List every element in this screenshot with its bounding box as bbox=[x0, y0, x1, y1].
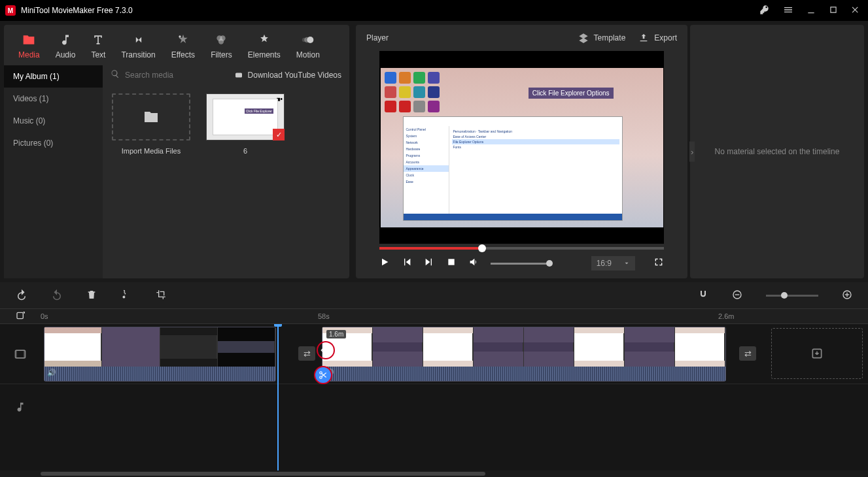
tab-media[interactable]: Media bbox=[10, 29, 48, 63]
export-button[interactable]: Export bbox=[638, 33, 677, 43]
audio-track-icon bbox=[0, 401, 41, 413]
ruler-mark-1: 58s bbox=[318, 312, 330, 320]
music-note-icon bbox=[59, 33, 72, 46]
tab-motion-label: Motion bbox=[296, 50, 320, 59]
ruler-mark-2: 2.6m bbox=[718, 312, 734, 320]
fullscreen-button[interactable] bbox=[653, 257, 664, 270]
volume-button[interactable] bbox=[468, 257, 479, 270]
timeline-scrollbar[interactable] bbox=[0, 470, 868, 477]
media-clip-thumb[interactable]: ■• Click File Explorer ✓ bbox=[206, 93, 285, 140]
timeline-ruler[interactable]: 0s 58s 2.6m bbox=[0, 308, 868, 324]
tab-filters[interactable]: Filters bbox=[203, 29, 240, 63]
volume-slider[interactable] bbox=[491, 263, 549, 265]
next-frame-button[interactable] bbox=[424, 257, 434, 270]
player-panel: Player Template Export Click File Explor… bbox=[356, 25, 687, 278]
clip-duration-label: 1.6m bbox=[326, 330, 346, 338]
chevron-down-icon bbox=[623, 260, 630, 267]
add-track-button[interactable] bbox=[16, 310, 26, 323]
tab-text-label: Text bbox=[91, 50, 105, 59]
snap-button[interactable] bbox=[698, 289, 708, 302]
titlebar: M MiniTool MovieMaker Free 7.3.0 bbox=[0, 0, 868, 21]
prev-frame-button[interactable] bbox=[402, 257, 412, 270]
tab-transition[interactable]: Transition bbox=[113, 29, 163, 63]
progress-bar[interactable] bbox=[379, 247, 664, 250]
sidebar-item-pictures[interactable]: Pictures (0) bbox=[4, 132, 103, 154]
transition-slot-right[interactable]: ⇄ bbox=[739, 346, 756, 361]
speaker-icon: 🔊 bbox=[47, 369, 56, 377]
menu-icon[interactable] bbox=[780, 2, 796, 20]
tab-effects[interactable]: Effects bbox=[164, 29, 203, 63]
trim-handle-icon[interactable] bbox=[317, 341, 335, 359]
zoom-slider[interactable] bbox=[766, 295, 818, 297]
elements-icon bbox=[258, 33, 271, 46]
license-key-icon[interactable] bbox=[757, 2, 773, 20]
svg-point-3 bbox=[218, 39, 224, 44]
split-marker-icon[interactable] bbox=[314, 366, 332, 384]
svg-rect-14 bbox=[17, 312, 23, 318]
play-button[interactable] bbox=[379, 257, 390, 270]
template-button[interactable]: Template bbox=[578, 33, 626, 43]
zoom-out-button[interactable] bbox=[732, 289, 742, 302]
layers-icon bbox=[578, 33, 589, 43]
maximize-button[interactable] bbox=[826, 3, 841, 19]
inspector-empty-label: No material selected on the timeline bbox=[715, 147, 840, 156]
preview-tooltip: Click File Explorer Options bbox=[529, 88, 614, 99]
search-input[interactable] bbox=[125, 71, 228, 80]
zoom-in-button[interactable] bbox=[842, 289, 852, 302]
video-preview[interactable]: Click File Explorer Options Control Pane… bbox=[379, 51, 664, 244]
export-label: Export bbox=[654, 33, 677, 42]
delete-button[interactable] bbox=[86, 289, 97, 302]
svg-rect-10 bbox=[735, 294, 740, 295]
check-icon: ✓ bbox=[273, 129, 285, 140]
add-clip-placeholder[interactable] bbox=[771, 328, 863, 379]
playhead[interactable] bbox=[277, 324, 279, 470]
effects-icon bbox=[177, 33, 190, 46]
minimize-button[interactable] bbox=[804, 3, 818, 19]
close-button[interactable] bbox=[848, 3, 863, 19]
svg-rect-13 bbox=[846, 292, 847, 297]
timeline-toolbar bbox=[0, 282, 868, 308]
folder-icon bbox=[22, 33, 35, 46]
filters-icon bbox=[215, 33, 228, 46]
aspect-ratio-select[interactable]: 16:9 bbox=[591, 256, 635, 271]
youtube-icon bbox=[234, 71, 244, 79]
stop-button[interactable] bbox=[446, 257, 457, 270]
collapse-inspector-button[interactable]: › bbox=[689, 142, 695, 162]
transition-slot-left[interactable]: ⇄ bbox=[298, 346, 315, 361]
video-track-icon bbox=[0, 348, 41, 361]
tab-effects-label: Effects bbox=[171, 50, 195, 59]
progress-thumb[interactable] bbox=[478, 244, 486, 252]
timeline-clip[interactable]: 🔊 bbox=[44, 327, 276, 382]
download-youtube-label: Download YouTube Videos bbox=[248, 71, 341, 80]
app-logo: M bbox=[5, 5, 16, 16]
svg-rect-8 bbox=[448, 259, 454, 265]
redo-button[interactable] bbox=[51, 289, 63, 303]
app-title: MiniTool MovieMaker Free 7.3.0 bbox=[21, 6, 757, 15]
import-media-tile[interactable] bbox=[112, 93, 190, 140]
audio-track-area[interactable] bbox=[41, 384, 868, 430]
category-tabs: Media Audio Text Transition Effects Filt… bbox=[4, 25, 349, 65]
sidebar-item-videos[interactable]: Videos (1) bbox=[4, 88, 103, 110]
sidebar-item-myalbum[interactable]: My Album (1) bbox=[4, 65, 103, 88]
inspector-panel: › No material selected on the timeline bbox=[690, 25, 864, 278]
tab-elements[interactable]: Elements bbox=[240, 29, 288, 63]
import-media-label: Import Media Files bbox=[122, 147, 181, 155]
crop-button[interactable] bbox=[156, 289, 166, 302]
aspect-ratio-label: 16:9 bbox=[597, 259, 612, 268]
folder-icon bbox=[143, 109, 159, 125]
timeline-clip[interactable]: 1.6m 🔊 bbox=[322, 327, 726, 382]
search-icon bbox=[111, 69, 120, 80]
tab-motion[interactable]: Motion bbox=[288, 29, 328, 63]
download-youtube-button[interactable]: Download YouTube Videos bbox=[234, 71, 341, 80]
split-button[interactable] bbox=[120, 289, 132, 303]
undo-button[interactable] bbox=[16, 289, 27, 303]
audio-track bbox=[0, 384, 868, 430]
tab-transition-label: Transition bbox=[121, 50, 155, 59]
svg-point-6 bbox=[302, 38, 307, 42]
export-icon bbox=[638, 33, 649, 43]
video-track: 🔊 ⇄ 1.6m bbox=[0, 324, 868, 384]
tab-text[interactable]: Text bbox=[83, 29, 113, 63]
motion-icon bbox=[302, 33, 315, 46]
tab-audio[interactable]: Audio bbox=[48, 29, 84, 63]
sidebar-item-music[interactable]: Music (0) bbox=[4, 110, 103, 132]
